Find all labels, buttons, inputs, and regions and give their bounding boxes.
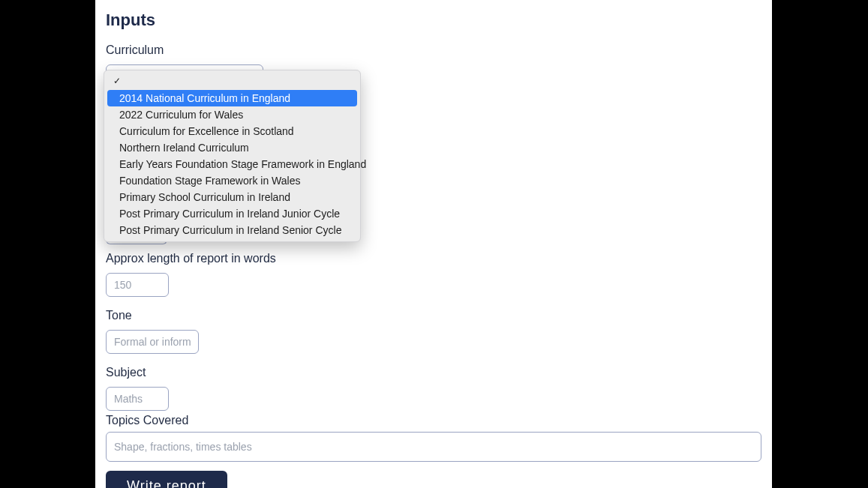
curriculum-option-3[interactable]: Northern Ireland Curriculum — [107, 139, 357, 156]
curriculum-option-0[interactable]: 2014 National Curriculum in England — [107, 90, 357, 106]
curriculum-option-7[interactable]: Post Primary Curriculum in Ireland Junio… — [107, 205, 357, 222]
subject-field: Subject — [106, 366, 761, 411]
topics-field: Topics Covered — [106, 414, 761, 462]
app-frame: Inputs Curriculum 2014 National Curricul… — [0, 0, 868, 488]
tone-field: Tone — [106, 309, 761, 354]
write-report-button[interactable]: Write report — [106, 471, 227, 488]
curriculum-option-2[interactable]: Curriculum for Excellence in Scotland — [107, 123, 357, 139]
curriculum-dropdown[interactable]: 2014 National Curriculum in England 2022… — [104, 70, 361, 242]
curriculum-option-8[interactable]: Post Primary Curriculum in Ireland Senio… — [107, 222, 357, 238]
curriculum-label: Curriculum — [106, 43, 761, 57]
topics-label: Topics Covered — [106, 414, 761, 427]
page-title: Inputs — [106, 10, 761, 30]
curriculum-option-6[interactable]: Primary School Curriculum in Ireland — [107, 189, 357, 205]
report-length-input[interactable] — [106, 273, 169, 297]
report-length-field: Approx length of report in words — [106, 252, 761, 297]
subject-input[interactable] — [106, 387, 169, 411]
subject-label: Subject — [106, 366, 761, 379]
report-length-label: Approx length of report in words — [106, 252, 761, 265]
curriculum-option-1[interactable]: 2022 Curriculum for Wales — [107, 106, 357, 123]
tone-label: Tone — [106, 309, 761, 322]
tone-input[interactable] — [106, 330, 199, 354]
curriculum-option-5[interactable]: Foundation Stage Framework in Wales — [107, 172, 357, 189]
curriculum-option-4[interactable]: Early Years Foundation Stage Framework i… — [107, 156, 357, 172]
topics-input[interactable] — [106, 432, 761, 462]
curriculum-option-blank[interactable] — [107, 73, 357, 90]
form-page: Inputs Curriculum 2014 National Curricul… — [95, 0, 772, 488]
